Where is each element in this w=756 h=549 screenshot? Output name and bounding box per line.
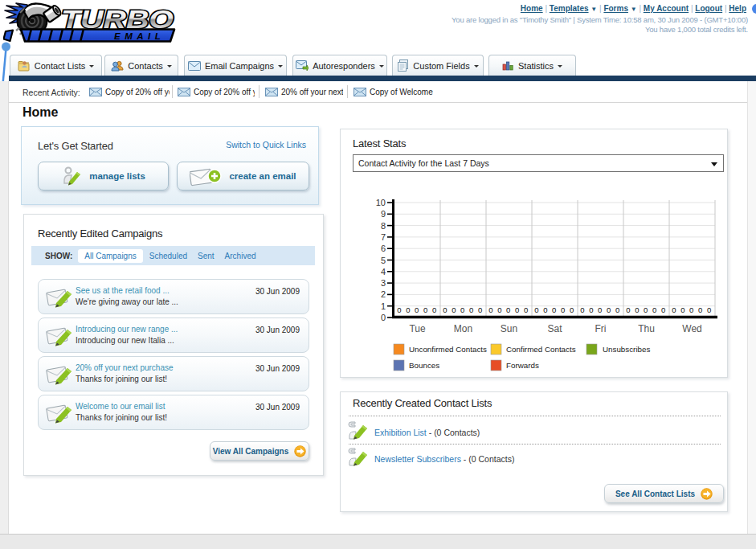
svg-text:2: 2 [381, 289, 386, 299]
svg-text:Sun: Sun [501, 323, 517, 334]
svg-text:Bounces: Bounces [409, 361, 439, 370]
svg-text:Wed: Wed [682, 323, 701, 334]
svg-text:0 0 0 0 0: 0 0 0 0 0 [580, 305, 620, 314]
svg-text:0 0 0 0 0: 0 0 0 0 0 [626, 305, 666, 314]
svg-text:8: 8 [381, 221, 386, 231]
svg-text:0 0 0 0 0: 0 0 0 0 0 [443, 305, 483, 314]
svg-text:1: 1 [381, 301, 386, 311]
svg-text:0: 0 [381, 313, 386, 322]
svg-text:0 0 0 0 0: 0 0 0 0 0 [488, 305, 529, 314]
svg-text:Mon: Mon [454, 323, 472, 334]
svg-text:4: 4 [381, 267, 386, 277]
svg-text:Forwards: Forwards [506, 361, 539, 370]
svg-text:Tue: Tue [409, 323, 426, 334]
svg-text:0 0 0 0 0: 0 0 0 0 0 [534, 305, 574, 314]
svg-text:5: 5 [381, 256, 386, 265]
svg-text:Unconfirmed Contacts: Unconfirmed Contacts [409, 345, 487, 354]
svg-text:Unsubscribes: Unsubscribes [603, 345, 650, 354]
svg-text:0 0 0 0 0: 0 0 0 0 0 [672, 305, 712, 314]
svg-text:Sat: Sat [547, 323, 562, 334]
svg-text:0 0 0 0 0: 0 0 0 0 0 [397, 305, 437, 314]
svg-text:6: 6 [381, 244, 386, 253]
svg-text:9: 9 [381, 209, 386, 219]
svg-text:Confirmed Contacts: Confirmed Contacts [506, 345, 576, 354]
svg-text:EMAIL: EMAIL [114, 31, 165, 41]
svg-text:10: 10 [376, 198, 386, 207]
svg-text:3: 3 [381, 278, 386, 288]
svg-text:Thu: Thu [638, 323, 655, 334]
svg-text:Fri: Fri [595, 323, 607, 334]
svg-text:7: 7 [381, 232, 386, 242]
